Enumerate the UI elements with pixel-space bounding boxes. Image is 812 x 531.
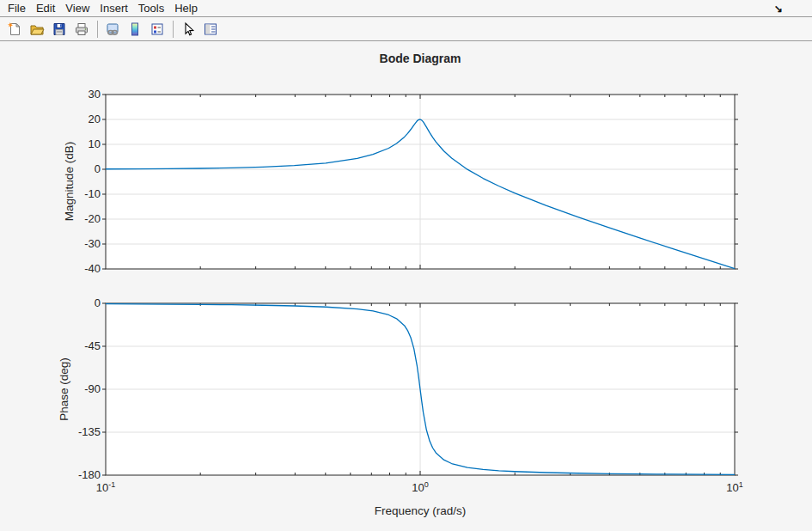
y-tick-label: 30: [54, 88, 101, 101]
y-tick-label: -45: [54, 339, 101, 352]
toolbar-separator: [173, 21, 174, 38]
legend-icon: [150, 21, 165, 37]
link-chain-icon: [105, 21, 120, 37]
y-tick-label: 20: [54, 113, 101, 125]
magnitude-axis-label: Magnitude (dB): [63, 142, 76, 221]
menu-help[interactable]: Help: [169, 0, 203, 17]
open-file-button[interactable]: [27, 20, 46, 39]
magnitude-plot-canvas: [106, 95, 735, 269]
printer-icon: [74, 21, 89, 37]
edit-plot-button[interactable]: [179, 20, 198, 39]
print-figure-button[interactable]: [72, 20, 91, 39]
y-tick-label: 0: [54, 296, 101, 309]
y-tick-label: -30: [54, 237, 101, 250]
x-tick-label: 10-1: [80, 480, 131, 494]
y-tick-label: -180: [54, 468, 101, 481]
link-plot-button[interactable]: [103, 20, 122, 39]
save-figure-button[interactable]: [50, 20, 69, 39]
colorbar-icon: [127, 21, 143, 37]
new-document-icon: [7, 21, 22, 37]
frequency-axis-label: Frequency (rad/s): [106, 504, 735, 517]
property-inspector-button[interactable]: [201, 20, 220, 39]
x-tick-label: 100: [394, 480, 446, 494]
y-tick-label: -20: [54, 212, 101, 225]
toolbar-separator: [97, 21, 98, 38]
insert-colorbar-button[interactable]: [125, 20, 144, 39]
y-tick-label: -135: [54, 425, 101, 438]
menu-tools[interactable]: Tools: [133, 0, 169, 17]
save-floppy-icon: [52, 21, 67, 37]
phase-plot-canvas: [106, 303, 735, 475]
y-tick-label: -40: [54, 262, 101, 275]
open-folder-icon: [29, 21, 45, 37]
menu-file[interactable]: File: [3, 0, 31, 17]
y-tick-label: 10: [54, 137, 101, 150]
menu-bar: File Edit View Insert Tools Help ↘: [0, 0, 812, 17]
y-tick-label: 0: [54, 162, 101, 175]
magnitude-plot: 3020100-10-20-30-40: [106, 95, 735, 269]
phase-plot: 0-45-90-135-18010-1100101: [106, 303, 735, 475]
menu-view[interactable]: View: [60, 0, 95, 17]
figure-canvas: Bode Diagram 3020100-10-20-30-40 Magnitu…: [0, 42, 812, 531]
phase-axis-label: Phase (deg): [58, 357, 70, 421]
arrow-cursor-icon: [180, 21, 196, 37]
new-figure-button[interactable]: [5, 20, 24, 39]
property-inspector-icon: [203, 21, 218, 37]
figure-toolbar: [0, 18, 812, 41]
dock-figure-icon[interactable]: ↘: [774, 1, 783, 16]
menu-edit[interactable]: Edit: [31, 0, 60, 17]
y-tick-label: -10: [54, 187, 101, 200]
chart-title: Bode Diagram: [106, 52, 735, 65]
x-tick-label: 101: [709, 480, 760, 494]
menu-insert[interactable]: Insert: [95, 0, 133, 17]
insert-legend-button[interactable]: [148, 20, 167, 39]
